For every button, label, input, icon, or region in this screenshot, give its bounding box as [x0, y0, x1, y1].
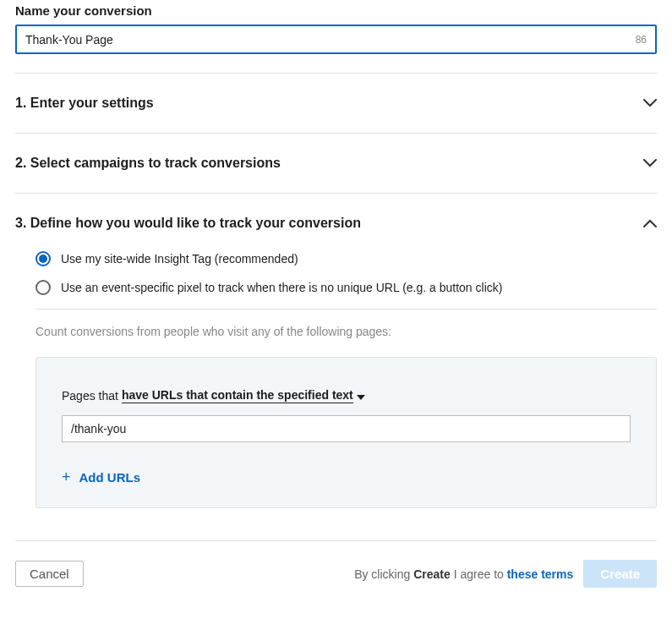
url-rules-box: Pages that have URLs that contain the sp… — [36, 357, 657, 508]
name-input-container: 86 — [15, 25, 657, 54]
radio-insight-tag[interactable]: Use my site-wide Insight Tag (recommende… — [36, 251, 657, 266]
disclaimer-mid: I agree to — [451, 567, 507, 581]
section-title: 1. Enter your settings — [15, 96, 154, 111]
radio-icon-unchecked — [36, 280, 51, 295]
terms-link[interactable]: these terms — [507, 567, 574, 581]
add-url-button[interactable]: + Add URLs — [62, 469, 140, 485]
chevron-down-icon — [643, 96, 657, 110]
disclaimer-bold: Create — [413, 567, 451, 581]
url-input[interactable] — [62, 415, 631, 442]
url-condition-dropdown[interactable]: have URLs that contain the specified tex… — [122, 388, 353, 403]
name-input[interactable] — [25, 28, 636, 52]
count-helper: Count conversions from people who visit … — [36, 325, 657, 338]
radio-label: Use my site-wide Insight Tag (recommende… — [61, 252, 298, 266]
chevron-up-icon — [643, 216, 657, 230]
plus-icon: + — [62, 469, 71, 485]
pages-prefix: Pages that — [62, 389, 118, 403]
cancel-button[interactable]: Cancel — [15, 561, 84, 587]
divider — [36, 309, 657, 310]
radio-label: Use an event-specific pixel to track whe… — [61, 281, 502, 294]
divider — [15, 540, 657, 541]
condition-text: have URLs that contain the specified tex… — [122, 388, 353, 402]
radio-event-pixel[interactable]: Use an event-specific pixel to track whe… — [36, 280, 657, 295]
create-button[interactable]: Create — [583, 560, 657, 588]
disclaimer-prefix: By clicking — [354, 567, 413, 581]
section-campaigns[interactable]: 2. Select campaigns to track conversions — [15, 134, 657, 194]
name-section: Name your conversion 86 — [15, 3, 657, 54]
tracking-options: Use my site-wide Insight Tag (recommende… — [15, 244, 657, 295]
terms-disclaimer: By clicking Create I agree to these term… — [354, 567, 573, 581]
section-title: 2. Select campaigns to track conversions — [15, 156, 281, 171]
section-settings[interactable]: 1. Enter your settings — [15, 74, 657, 134]
add-url-label: Add URLs — [79, 470, 141, 485]
radio-icon-checked — [36, 251, 51, 266]
caret-down-icon — [357, 389, 365, 403]
section-title: 3. Define how you would like to track yo… — [15, 216, 361, 231]
char-counter: 86 — [636, 34, 647, 46]
name-label: Name your conversion — [15, 3, 657, 18]
chevron-down-icon — [643, 156, 657, 170]
section-tracking[interactable]: 3. Define how you would like to track yo… — [15, 194, 657, 244]
url-condition-row: Pages that have URLs that contain the sp… — [62, 388, 631, 403]
footer-right: By clicking Create I agree to these term… — [354, 560, 657, 588]
footer: Cancel By clicking Create I agree to the… — [15, 560, 657, 588]
